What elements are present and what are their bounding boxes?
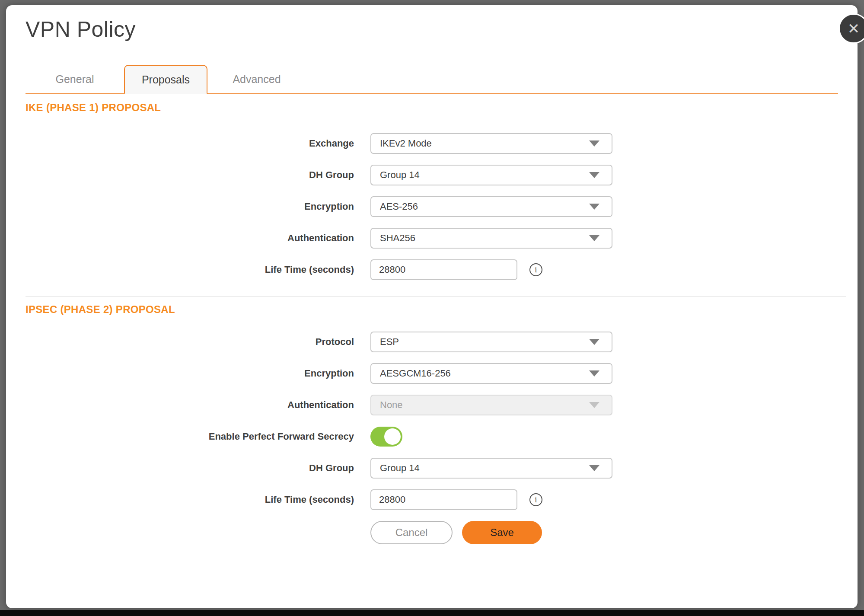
form-row-dh-group-phase2: DH Group Group 14 xyxy=(26,458,838,479)
lifetime-phase2-label: Life Time (seconds) xyxy=(26,494,354,505)
authentication-phase2-select: None xyxy=(370,395,612,415)
info-icon[interactable]: i xyxy=(529,263,542,276)
encryption-label: Encryption xyxy=(26,201,354,212)
dh-group-phase2-select-value: Group 14 xyxy=(380,463,589,474)
info-icon-glyph: i xyxy=(535,265,537,274)
form-row-exchange: Exchange IKEv2 Mode xyxy=(26,133,838,154)
exchange-select-value: IKEv2 Mode xyxy=(380,138,589,149)
section-heading-ipsec-phase2: IPSEC (PHASE 2) PROPOSAL xyxy=(26,303,838,316)
chevron-down-icon xyxy=(589,370,599,377)
dh-group-phase2-label: DH Group xyxy=(26,463,354,474)
authentication-phase2-select-value: None xyxy=(380,399,589,411)
tab-advanced-label: Advanced xyxy=(233,73,281,86)
lifetime-phase2-input[interactable] xyxy=(370,489,517,510)
form-row-encryption: Encryption AES-256 xyxy=(26,196,838,217)
form-row-lifetime: Life Time (seconds) i xyxy=(26,259,838,280)
page-title: VPN Policy xyxy=(26,16,838,42)
protocol-select[interactable]: ESP xyxy=(370,332,612,352)
tab-general[interactable]: General xyxy=(26,65,124,93)
form-row-dh-group: DH Group Group 14 xyxy=(26,165,838,185)
exchange-label: Exchange xyxy=(26,138,354,149)
tab-advanced[interactable]: Advanced xyxy=(207,65,306,93)
dh-group-select-value: Group 14 xyxy=(380,169,589,181)
dh-group-label: DH Group xyxy=(26,169,354,181)
save-button[interactable]: Save xyxy=(462,521,542,544)
toggle-knob xyxy=(384,428,401,445)
info-icon-glyph: i xyxy=(535,495,537,504)
encryption-select-value: AES-256 xyxy=(380,201,589,212)
form-row-authentication-phase2: Authentication None xyxy=(26,395,838,415)
chevron-down-icon xyxy=(589,465,599,471)
authentication-phase2-label: Authentication xyxy=(26,399,354,411)
chevron-down-icon xyxy=(589,204,599,210)
section-heading-ike-phase1: IKE (PHASE 1) PROPOSAL xyxy=(26,102,838,114)
backdrop-bottom-strip xyxy=(0,610,864,616)
lifetime-input[interactable] xyxy=(370,259,517,280)
encryption-phase2-select[interactable]: AESGCM16-256 xyxy=(370,363,612,384)
protocol-select-value: ESP xyxy=(380,336,589,348)
authentication-select-value: SHA256 xyxy=(380,233,589,244)
authentication-select[interactable]: SHA256 xyxy=(370,228,612,249)
chevron-down-icon xyxy=(589,140,599,147)
form-row-encryption-phase2: Encryption AESGCM16-256 xyxy=(26,363,838,384)
cancel-button[interactable]: Cancel xyxy=(370,521,453,544)
authentication-label: Authentication xyxy=(26,233,354,244)
vpn-policy-dialog: VPN Policy General Proposals Advanced IK… xyxy=(6,5,858,608)
chevron-down-icon xyxy=(589,235,599,241)
pfs-toggle[interactable] xyxy=(370,427,402,447)
ipsec-phase2-form: Protocol ESP Encryption AESGCM16-256 Aut… xyxy=(26,332,838,510)
dh-group-select[interactable]: Group 14 xyxy=(370,165,612,185)
ike-phase1-form: Exchange IKEv2 Mode DH Group Group 14 En… xyxy=(26,133,838,280)
pfs-label: Enable Perfect Forward Secrecy xyxy=(26,431,354,442)
tab-proposals-label: Proposals xyxy=(142,73,190,86)
lifetime-label: Life Time (seconds) xyxy=(26,264,354,275)
tab-strip: General Proposals Advanced xyxy=(26,65,838,94)
form-row-pfs-toggle: Enable Perfect Forward Secrecy xyxy=(26,426,838,447)
section-divider xyxy=(26,296,846,297)
tab-proposals[interactable]: Proposals xyxy=(124,65,207,94)
encryption-phase2-label: Encryption xyxy=(26,368,354,379)
form-row-lifetime-phase2: Life Time (seconds) i xyxy=(26,489,838,510)
encryption-select[interactable]: AES-256 xyxy=(370,196,612,217)
chevron-down-icon xyxy=(589,172,599,178)
dh-group-phase2-select[interactable]: Group 14 xyxy=(370,458,612,479)
close-icon: ✕ xyxy=(848,21,860,36)
form-row-authentication: Authentication SHA256 xyxy=(26,228,838,249)
form-row-protocol: Protocol ESP xyxy=(26,332,838,352)
protocol-label: Protocol xyxy=(26,336,354,348)
dialog-footer: Cancel Save xyxy=(370,521,838,544)
info-icon[interactable]: i xyxy=(529,493,542,506)
chevron-down-icon xyxy=(589,402,599,408)
tab-general-label: General xyxy=(56,73,94,86)
chevron-down-icon xyxy=(589,339,599,345)
encryption-phase2-select-value: AESGCM16-256 xyxy=(380,368,589,379)
exchange-select[interactable]: IKEv2 Mode xyxy=(370,133,612,154)
